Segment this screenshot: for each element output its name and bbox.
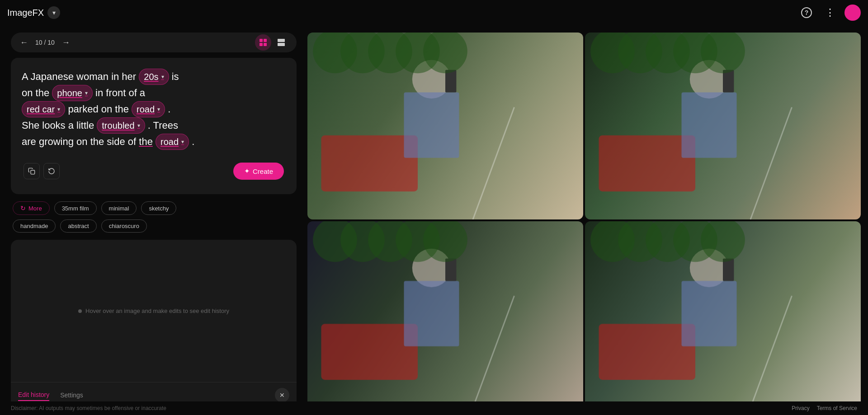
svg-rect-3 xyxy=(264,43,267,46)
tab-edit-history[interactable]: Edit history xyxy=(18,389,49,401)
style-chip-handmade[interactable]: handmade xyxy=(13,219,56,233)
logo-dropdown-button[interactable]: ▾ xyxy=(47,6,60,19)
generated-image-3 xyxy=(307,221,583,408)
chip-phone[interactable]: phone ▾ xyxy=(52,85,93,101)
history-hint: Hover over an image and make edits to se… xyxy=(85,308,229,314)
style-chip-minimal[interactable]: minimal xyxy=(101,201,137,215)
image-cell-2[interactable] xyxy=(585,33,861,219)
svg-rect-0 xyxy=(259,39,263,42)
next-button[interactable]: → xyxy=(60,36,72,49)
image-cell-1[interactable] xyxy=(307,33,583,219)
privacy-link[interactable]: Privacy xyxy=(792,405,809,411)
image-cell-3[interactable] xyxy=(307,221,583,408)
logo-area: ImageFX ▾ xyxy=(7,6,60,19)
history-content: Hover over an image and make edits to se… xyxy=(11,240,297,382)
style-chip-35mm[interactable]: 35mm film xyxy=(54,201,97,215)
footer-links: Privacy Terms of Service xyxy=(792,405,857,411)
grid-view-button[interactable] xyxy=(255,34,271,51)
svg-rect-6 xyxy=(31,170,35,174)
nav-controls: ← 10 / 10 → xyxy=(18,36,72,49)
style-chip-chiaroscuro[interactable]: chiaroscuro xyxy=(101,219,147,233)
refresh-small-icon: ↻ xyxy=(20,205,26,212)
header: ImageFX ▾ ? ⋮ xyxy=(0,0,868,25)
left-panel: ← 10 / 10 → xyxy=(0,25,307,415)
copy-button[interactable] xyxy=(24,163,40,179)
action-row: ✦ Create xyxy=(22,159,286,183)
chip-age[interactable]: 20s ▾ xyxy=(139,69,169,85)
more-options-button[interactable]: ⋮ xyxy=(821,4,839,22)
app-name: ImageFX xyxy=(7,8,44,18)
main-layout: ← 10 / 10 → xyxy=(0,25,868,415)
avatar[interactable] xyxy=(844,5,861,21)
style-row-2: handmade abstract chiaroscuro xyxy=(13,219,295,233)
nav-bar: ← 10 / 10 → xyxy=(11,33,297,52)
disclaimer: Disclaimer: AI outputs may sometimes be … xyxy=(11,405,166,411)
prompt-box: A Japanese woman in her 20s ▾ ison the p… xyxy=(11,58,297,194)
style-chip-abstract[interactable]: abstract xyxy=(60,219,96,233)
generated-image-2 xyxy=(585,33,861,219)
prev-button[interactable]: ← xyxy=(18,36,30,49)
grid-icon xyxy=(259,38,267,47)
tab-settings[interactable]: Settings xyxy=(60,389,83,401)
footer: Disclaimer: AI outputs may sometimes be … xyxy=(0,401,868,415)
image-grid xyxy=(307,25,868,415)
history-panel: Hover over an image and make edits to se… xyxy=(11,240,297,408)
action-left xyxy=(24,163,60,179)
svg-rect-1 xyxy=(264,39,267,42)
more-styles-button[interactable]: ↻ More xyxy=(13,201,50,215)
single-view-icon xyxy=(277,38,285,47)
svg-rect-2 xyxy=(259,43,263,46)
chip-road2[interactable]: road ▾ xyxy=(156,134,189,150)
single-view-button[interactable] xyxy=(273,34,289,51)
svg-rect-4 xyxy=(278,39,285,42)
style-section: ↻ More 35mm film minimal sketchy handmad… xyxy=(11,200,297,234)
header-right: ? ⋮ xyxy=(797,4,861,22)
underline-the: the xyxy=(139,136,153,147)
create-button[interactable]: ✦ Create xyxy=(233,163,284,180)
terms-link[interactable]: Terms of Service xyxy=(817,405,857,411)
refresh-button[interactable] xyxy=(43,163,60,179)
style-chip-sketchy[interactable]: sketchy xyxy=(141,201,176,215)
refresh-icon xyxy=(48,168,55,175)
generated-image-4 xyxy=(585,221,861,408)
chip-troubled[interactable]: troubled ▾ xyxy=(97,117,145,134)
svg-rect-5 xyxy=(278,43,285,46)
style-row-1: ↻ More 35mm film minimal sketchy xyxy=(13,201,295,215)
prompt-text: A Japanese woman in her 20s ▾ ison the p… xyxy=(22,69,286,150)
copy-icon xyxy=(28,168,35,175)
generated-image-1 xyxy=(307,33,583,219)
image-cell-4[interactable] xyxy=(585,221,861,408)
history-tab-buttons: Edit history Settings xyxy=(18,389,83,401)
chip-car[interactable]: red car ▾ xyxy=(22,101,65,117)
nav-counter: 10 / 10 xyxy=(35,39,55,46)
history-close-button[interactable]: ✕ xyxy=(275,388,289,402)
help-button[interactable]: ? xyxy=(797,4,816,22)
history-dot-icon xyxy=(78,309,82,313)
nav-view-buttons xyxy=(255,34,289,51)
chip-road[interactable]: road ▾ xyxy=(132,101,165,117)
